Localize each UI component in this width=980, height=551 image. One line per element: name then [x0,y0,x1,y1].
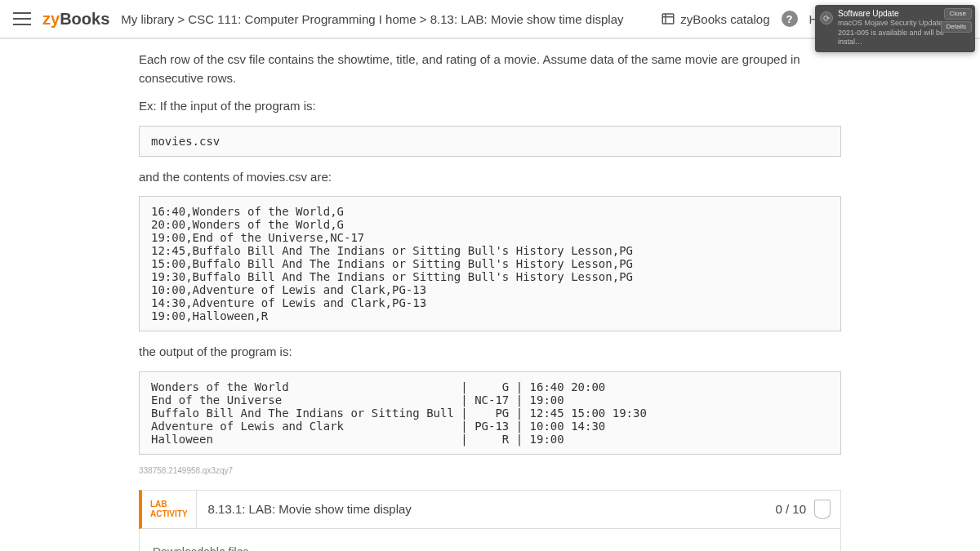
details-button[interactable]: Details [941,21,972,33]
lab-activity-tag: LAB ACTIVITY [142,491,197,528]
software-update-notification: ⟳ Software Update macOS Mojave Security … [815,5,975,52]
gear-icon: ⟳ [820,11,833,24]
program-output-box: Wonders of the World | G | 16:40 20:00 E… [139,371,841,455]
main-content: Each row of the csv file contains the sh… [139,39,841,551]
help-icon[interactable]: ? [782,11,798,27]
score-text: 0 / 10 [775,502,806,516]
intro-text: Each row of the csv file contains the sh… [139,51,841,87]
menu-icon[interactable] [13,10,31,28]
input-filename-box: movies.csv [139,126,841,157]
catalog-link[interactable]: zyBooks catalog [661,11,769,26]
catalog-icon [661,11,675,26]
lab-header: LAB ACTIVITY 8.13.1: LAB: Movie show tim… [139,490,841,529]
close-button[interactable]: Close [944,8,972,20]
question-id: 338758.2149958.qx3zqy7 [139,466,841,475]
downloadable-files[interactable]: Downloadable files [139,529,841,552]
output-label: the output of the program is: [139,343,841,362]
logo-prefix: zy [42,10,60,28]
lab-title: 8.13.1: LAB: Movie show time display [197,491,766,528]
csv-contents-box: 16:40,Wonders of the World,G 20:00,Wonde… [139,196,841,331]
breadcrumb[interactable]: My library > CSC 111: Computer Programmi… [121,12,623,26]
contents-label: and the contents of movies.csv are: [139,168,841,187]
lab-score-area: 0 / 10 [765,491,840,528]
example-label: Ex: If the input of the program is: [139,97,841,116]
catalog-label: zyBooks catalog [680,12,769,26]
logo[interactable]: zyBooks [42,10,109,29]
svg-rect-0 [663,14,675,24]
score-shield-icon [814,500,831,519]
logo-rest: Books [60,10,109,28]
lab-tag-line1: LAB [150,500,188,509]
lab-tag-line2: ACTIVITY [150,509,188,519]
